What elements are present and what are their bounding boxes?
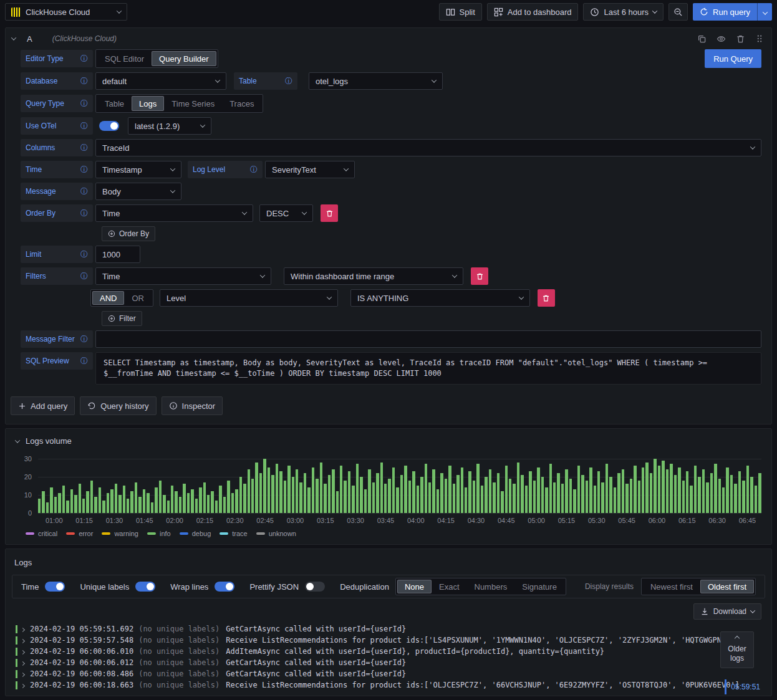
add-filter-button[interactable]: Filter: [102, 311, 142, 326]
filter-level-op-select[interactable]: IS ANYTHING: [350, 289, 530, 307]
expand-row-icon[interactable]: [21, 681, 30, 689]
query-type-option-logs[interactable]: Logs: [132, 96, 164, 111]
legend-item-unknown[interactable]: unknown: [256, 530, 296, 537]
remove-order-by-button[interactable]: [321, 204, 338, 222]
prettify-json-toggle[interactable]: [305, 582, 325, 592]
add-to-dashboard-button[interactable]: Add to dashboard: [487, 3, 579, 21]
expand-row-icon[interactable]: [21, 647, 30, 656]
filter-condition-or[interactable]: OR: [124, 291, 152, 305]
display-option-newest-first[interactable]: Newest first: [643, 580, 700, 593]
query-ref-id[interactable]: A: [27, 34, 32, 44]
logs-controls: Time Unique labels Wrap lines Prettify J…: [12, 575, 765, 598]
run-query-dropdown-button[interactable]: [757, 3, 772, 21]
message-filter-input[interactable]: [95, 330, 761, 348]
legend-item-debug[interactable]: debug: [180, 530, 211, 537]
remove-time-filter-button[interactable]: [471, 267, 488, 285]
time-column-select[interactable]: Timestamp: [95, 161, 181, 178]
volume-bar: [50, 487, 52, 513]
split-button[interactable]: Split: [439, 3, 482, 21]
log-scroll-time[interactable]: 05:59:51: [725, 679, 760, 694]
info-icon[interactable]: ⓘ: [80, 76, 88, 87]
info-icon[interactable]: ⓘ: [80, 271, 88, 282]
query-type-option-time-series[interactable]: Time Series: [164, 96, 222, 111]
volume-bar: [581, 475, 584, 513]
log-row[interactable]: 2024-02-19 06:00:18.663(no unique labels…: [14, 679, 763, 691]
dedup-option-signature[interactable]: Signature: [514, 580, 564, 593]
hide-query-eye-button[interactable]: [715, 33, 727, 45]
filter-level-field-select[interactable]: Level: [160, 289, 338, 307]
time-toggle[interactable]: [45, 582, 65, 592]
log-row[interactable]: 2024-02-19 06:00:06.010(no unique labels…: [14, 646, 763, 657]
log-level-select[interactable]: SeverityText: [265, 161, 355, 178]
table-select[interactable]: otel_logs: [309, 72, 443, 90]
legend-item-trace[interactable]: trace: [220, 530, 247, 537]
columns-select[interactable]: TraceId: [95, 139, 761, 156]
otel-version-select[interactable]: latest (1.2.9): [128, 117, 211, 135]
collapse-volume-icon[interactable]: [15, 438, 20, 443]
expand-row-icon[interactable]: [21, 658, 30, 667]
legend-item-critical[interactable]: critical: [26, 530, 57, 537]
info-icon[interactable]: ⓘ: [80, 249, 88, 260]
editor-type-option-sql-editor[interactable]: SQL Editor: [97, 51, 152, 66]
add-query-button[interactable]: Add query: [11, 396, 75, 415]
info-icon[interactable]: ⓘ: [80, 98, 88, 109]
time-range-picker[interactable]: Last 6 hours: [583, 3, 664, 21]
legend-item-info[interactable]: info: [147, 530, 171, 537]
query-type-option-table[interactable]: Table: [97, 96, 132, 111]
dedup-option-exact[interactable]: Exact: [432, 580, 467, 593]
order-by-field-select[interactable]: Time: [95, 204, 253, 222]
limit-input[interactable]: [95, 246, 140, 263]
log-row[interactable]: 2024-02-19 06:00:06.012(no unique labels…: [14, 657, 763, 668]
dedup-option-none[interactable]: None: [397, 580, 432, 593]
zoom-out-button[interactable]: [668, 3, 688, 21]
log-row[interactable]: 2024-02-19 06:00:08.486(no unique labels…: [14, 668, 763, 679]
info-icon[interactable]: ⓘ: [80, 334, 88, 345]
delete-query-button[interactable]: [735, 33, 746, 45]
older-logs-button[interactable]: Older logs: [720, 631, 754, 668]
expand-row-icon[interactable]: [21, 625, 30, 633]
query-type-option-traces[interactable]: Traces: [222, 96, 261, 111]
legend-item-warning[interactable]: warning: [102, 530, 138, 537]
message-column-select[interactable]: Body: [95, 183, 181, 200]
expand-row-icon[interactable]: [21, 636, 30, 645]
remove-level-filter-button[interactable]: [538, 289, 555, 307]
inspector-button[interactable]: Inspector: [162, 396, 223, 415]
collapse-query-icon[interactable]: [11, 35, 16, 40]
info-icon[interactable]: ⓘ: [285, 76, 292, 87]
use-otel-toggle[interactable]: [99, 121, 119, 131]
display-option-oldest-first[interactable]: Oldest first: [700, 580, 754, 593]
filter-condition-and[interactable]: AND: [92, 291, 124, 305]
duplicate-query-button[interactable]: [696, 33, 708, 45]
info-icon[interactable]: ⓘ: [80, 356, 88, 367]
wrap-lines-toggle[interactable]: [215, 582, 234, 592]
log-row[interactable]: 2024-02-19 05:59:57.548(no unique labels…: [14, 635, 763, 646]
info-icon[interactable]: ⓘ: [80, 165, 88, 175]
legend-item-error[interactable]: error: [66, 530, 93, 537]
info-icon[interactable]: ⓘ: [80, 54, 88, 64]
info-icon[interactable]: ⓘ: [250, 165, 258, 175]
volume-bar: [86, 491, 89, 513]
dedup-option-numbers[interactable]: Numbers: [467, 580, 515, 593]
volume-bar: [279, 471, 282, 513]
order-by-direction-select[interactable]: DESC: [259, 204, 313, 222]
volume-bar: [597, 471, 600, 513]
order-by-label: Order Byⓘ: [21, 204, 93, 222]
drag-handle-icon[interactable]: [754, 33, 765, 45]
filter-time-field-select[interactable]: Time: [95, 267, 271, 285]
query-history-button[interactable]: Query history: [80, 396, 156, 415]
add-order-by-button[interactable]: Order By: [102, 226, 155, 241]
database-select[interactable]: default: [95, 72, 226, 90]
download-button[interactable]: Download: [693, 603, 761, 620]
info-icon[interactable]: ⓘ: [80, 208, 88, 219]
info-icon[interactable]: ⓘ: [80, 186, 88, 197]
datasource-picker[interactable]: ClickHouse Cloud: [5, 3, 127, 21]
log-row[interactable]: 2024-02-19 05:59:51.692(no unique labels…: [14, 623, 763, 635]
filter-time-op-select[interactable]: Within dashboard time range: [284, 267, 463, 285]
info-icon[interactable]: ⓘ: [80, 121, 88, 132]
run-query-button[interactable]: Run query: [693, 3, 757, 21]
info-icon[interactable]: ⓘ: [80, 143, 88, 153]
run-query-inline-button[interactable]: Run Query: [705, 49, 761, 68]
expand-row-icon[interactable]: [21, 669, 30, 678]
unique-labels-toggle[interactable]: [135, 582, 155, 592]
editor-type-option-query-builder[interactable]: Query Builder: [152, 51, 216, 66]
